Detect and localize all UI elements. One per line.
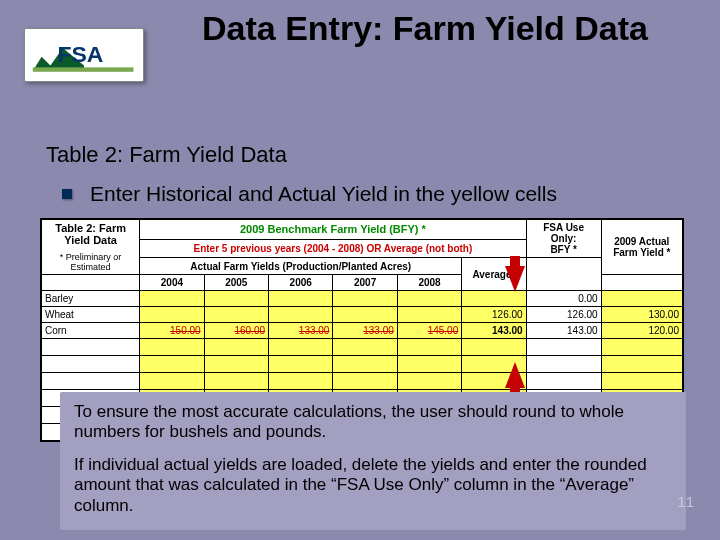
benchmark-heading: 2009 Benchmark Farm Yield (BFY) * [140,220,526,240]
note-paragraph: If individual actual yields are loaded, … [74,455,672,516]
bfy-cell: 0.00 [526,291,601,307]
note-box: To ensure the most accurate calculations… [60,392,686,530]
svg-rect-0 [33,67,134,71]
table-row [42,339,683,356]
year-2006: 2006 [269,275,333,291]
bullet-icon [62,189,72,199]
actual-yields-heading: Actual Farm Yields (Production/Planted A… [140,258,462,275]
bullet-row: Enter Historical and Actual Yield in the… [62,182,557,206]
fsa-logo-svg: FSA [31,35,137,75]
yield-cell[interactable] [269,291,333,307]
year-2007: 2007 [333,275,397,291]
slide: FSA Data Entry: Farm Yield Data Table 2:… [0,0,720,540]
crop-label: Barley [42,291,140,307]
page-number: 11 [677,493,694,510]
yield-cell[interactable] [269,307,333,323]
bfy-cell: 126.00 [526,307,601,323]
table-row [42,373,683,390]
yield-cell[interactable]: 133.00 [333,323,397,339]
year-2004: 2004 [140,275,204,291]
yield-cell[interactable]: 133.00 [269,323,333,339]
actual-cell[interactable]: 130.00 [601,307,682,323]
yield-cell[interactable] [397,291,461,307]
avg-cell[interactable]: 143.00 [462,323,526,339]
year-2005: 2005 [204,275,268,291]
fsa-heading: FSA Use Only: [543,222,584,244]
actual-col-heading: 2009 Actual Farm Yield * [601,220,682,275]
slide-title: Data Entry: Farm Yield Data [160,8,690,48]
table-row [42,356,683,373]
yield-cell[interactable] [204,307,268,323]
avg-cell[interactable]: 126.00 [462,307,526,323]
yield-cell[interactable] [140,291,204,307]
arrow-up-icon [505,362,525,388]
yield-cell[interactable]: 145.00 [397,323,461,339]
fsa-logo: FSA [24,28,144,82]
yield-cell[interactable]: 160.00 [204,323,268,339]
logo-text: FSA [58,41,104,67]
yield-cell[interactable] [333,291,397,307]
table-caption: Table 2: Farm Yield Data [46,142,287,168]
bfy-cell: 143.00 [526,323,601,339]
crop-label: Corn [42,323,140,339]
note-paragraph: To ensure the most accurate calculations… [74,402,672,443]
arrow-down-icon [505,266,525,292]
bullet-text: Enter Historical and Actual Yield in the… [90,182,557,206]
yield-cell[interactable] [397,307,461,323]
yield-cell[interactable] [333,307,397,323]
crop-label: Wheat [42,307,140,323]
fsa-sub: BFY * [550,244,577,255]
table-row: Wheat 126.00 126.00 130.00 [42,307,683,323]
table-row: Corn 150.00 160.00 133.00 133.00 145.00 … [42,323,683,339]
actual-cell[interactable]: 120.00 [601,323,682,339]
yield-cell[interactable]: 150.00 [140,323,204,339]
table-corner-note: * Preliminary or Estimated [45,252,136,272]
yield-cell[interactable] [204,291,268,307]
table-corner-title: Table 2: Farm Yield Data [45,222,136,246]
yield-cell[interactable] [140,307,204,323]
actual-cell[interactable] [601,291,682,307]
instruction-heading: Enter 5 previous years (2004 - 2008) OR … [140,239,526,257]
arrow-down-icon [510,256,520,266]
year-2008: 2008 [397,275,461,291]
avg-cell[interactable] [462,291,526,307]
table-row: Barley 0.00 [42,291,683,307]
